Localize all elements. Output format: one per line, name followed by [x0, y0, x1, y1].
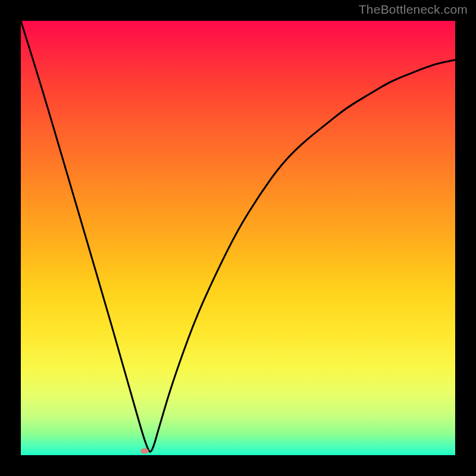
- curve-path: [21, 21, 455, 452]
- curve-svg: [21, 21, 455, 455]
- chart-frame: TheBottleneck.com: [0, 0, 476, 476]
- watermark-text: TheBottleneck.com: [359, 2, 468, 17]
- min-marker: [140, 448, 149, 453]
